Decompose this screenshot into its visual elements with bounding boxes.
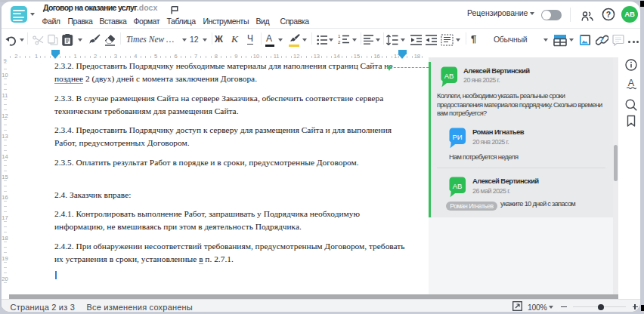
svg-text:1: 1 [338,34,341,38]
svg-text:2: 2 [338,40,341,45]
svg-text:?: ? [606,10,611,19]
svg-text:АВ: АВ [444,72,454,80]
svg-text:АВ: АВ [453,182,463,190]
svg-text:РИ: РИ [452,133,462,141]
svg-text:А: А [628,78,635,88]
